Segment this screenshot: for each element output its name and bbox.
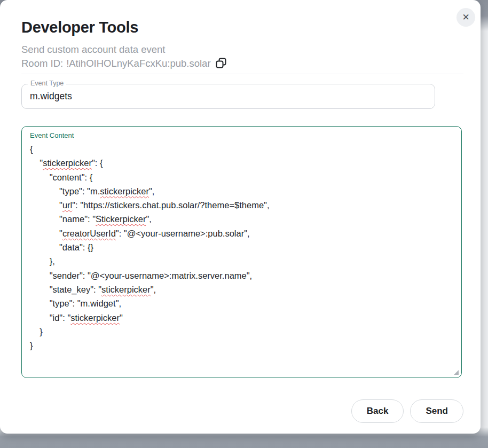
room-id-label: Room ID: [21, 57, 63, 70]
room-id-value: !AtihOIHOLnyKaFcxKu:pub.solar [66, 57, 210, 70]
code-line: "creatorUserId": "@<your-username>:pub.s… [30, 226, 455, 240]
copy-icon [216, 58, 226, 70]
event-content-field[interactable]: Event Content { "stickerpicker": { "cont… [21, 126, 462, 378]
divider [21, 74, 463, 74]
code-line: "id": "stickerpicker" [30, 311, 455, 325]
code-line: "content": { [30, 170, 455, 184]
room-id-line: Room ID: !AtihOIHOLnyKaFcxKu:pub.solar [21, 57, 463, 70]
event-content-text: { "stickerpicker": { "content": { "type"… [30, 142, 455, 352]
developer-tools-dialog: ✕ Developer Tools Send custom account da… [0, 0, 481, 434]
code-line: }, [30, 254, 455, 268]
page-title: Developer Tools [21, 18, 463, 36]
code-line: } [30, 339, 455, 352]
code-line: "url": "https://stickers.chat.pub.solar/… [30, 198, 455, 212]
event-type-value: m.widgets [30, 91, 72, 102]
code-line: "stickerpicker": { [30, 156, 455, 170]
dialog-subtitle: Send custom account data event [21, 43, 463, 57]
code-line: "data": {} [30, 240, 455, 254]
code-line: { [30, 142, 455, 156]
resize-handle-icon[interactable] [454, 370, 459, 375]
code-line: } [30, 325, 455, 339]
close-button[interactable]: ✕ [456, 8, 475, 27]
code-line: "sender": "@<your-username>:matrix.serve… [30, 269, 455, 282]
copy-room-id-button[interactable] [216, 58, 226, 70]
code-line: "name": "Stickerpicker", [30, 212, 455, 226]
code-line: "type": "m.stickerpicker", [30, 184, 455, 198]
code-line: "state_key": "stickerpicker", [30, 282, 455, 296]
event-content-label: Event Content [30, 131, 455, 140]
send-button[interactable]: Send [410, 399, 463, 423]
close-icon: ✕ [462, 12, 469, 23]
code-line: "type": "m.widget", [30, 296, 455, 310]
event-type-field[interactable]: Event Type m.widgets [21, 84, 435, 109]
event-type-label: Event Type [28, 80, 66, 87]
back-button[interactable]: Back [351, 399, 404, 423]
footer-buttons: Back Send [21, 399, 463, 423]
